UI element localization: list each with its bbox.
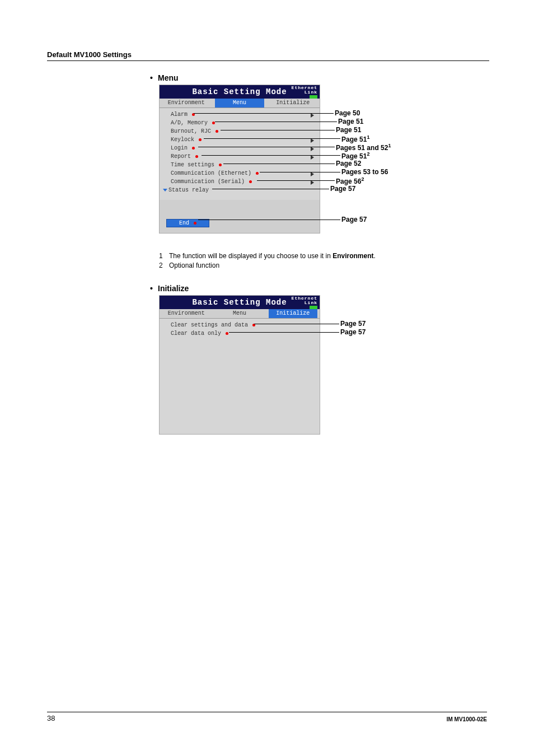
- menu-item-comm-serial[interactable]: Communication (Serial): [160, 178, 320, 186]
- callout: Page 57: [340, 328, 366, 336]
- initialize-bullet: •Initialize: [150, 284, 489, 293]
- leader-line: [257, 180, 335, 181]
- menu-item-clear-data-only[interactable]: Clear data only: [160, 329, 320, 338]
- end-button[interactable]: End: [166, 219, 209, 227]
- leader-line: [198, 147, 335, 147]
- callout: Pages 53 to 56: [341, 168, 388, 176]
- marker-icon: [192, 147, 195, 150]
- callout: Page 51: [338, 118, 363, 125]
- menu-screenshot-wrap: Basic Setting Mode EthernetLink Environm…: [159, 85, 489, 241]
- menu-item-report[interactable]: Report: [160, 152, 320, 161]
- menu-item-ad-memory[interactable]: A/D, Memory: [160, 119, 320, 127]
- callout: Page 562: [336, 176, 364, 185]
- ethernet-link-indicator: EthernetLink: [292, 86, 317, 99]
- marker-icon: [249, 180, 252, 183]
- callout: Pages 51 and 521: [336, 143, 391, 152]
- ethernet-link-indicator: EthernetLink: [292, 296, 317, 309]
- tab-menu[interactable]: Menu: [213, 99, 266, 108]
- menu-item-keylock[interactable]: Keylock: [160, 136, 320, 144]
- tab-environment[interactable]: Environment: [160, 99, 213, 108]
- marker-icon: [195, 155, 198, 158]
- menu-item-login[interactable]: Login: [160, 144, 320, 152]
- tab-bar: Environment Menu Initialize: [160, 309, 320, 319]
- leader-line: [223, 164, 335, 164]
- menu-bullet-label: Menu: [158, 73, 179, 82]
- initialize-screenshot-wrap: Basic Setting Mode EthernetLink Environm…: [159, 295, 489, 441]
- callout: Page 57: [340, 320, 366, 328]
- footer-bar: End: [160, 214, 320, 233]
- leader-line: [229, 332, 339, 333]
- menu-item-alarm[interactable]: Alarm: [160, 110, 320, 119]
- callout: Page 512: [341, 151, 369, 160]
- marker-icon: [219, 164, 222, 166]
- menu-item-clear-settings-data[interactable]: Clear settings and data: [160, 321, 320, 329]
- footer-rule: [47, 712, 487, 712]
- leader-line: [221, 130, 335, 130]
- tab-environment[interactable]: Environment: [160, 309, 213, 318]
- marker-icon: [194, 222, 196, 225]
- leader-line: [198, 220, 340, 220]
- tab-menu[interactable]: Menu: [213, 309, 266, 318]
- section-header: Default MV1000 Settings: [47, 50, 489, 61]
- tab-bar: Environment Menu Initialize: [160, 99, 320, 108]
- leader-line: [204, 138, 340, 139]
- leader-line: [260, 172, 340, 172]
- device-title: Basic Setting Mode EthernetLink: [160, 85, 320, 99]
- menu-item-burnout-rjc[interactable]: Burnout, RJC: [160, 127, 320, 136]
- marker-icon: [256, 172, 259, 175]
- device-title: Basic Setting Mode EthernetLink: [160, 296, 320, 309]
- leader-line: [202, 155, 340, 156]
- leader-line: [194, 113, 334, 114]
- menu-item-time-settings[interactable]: Time settings: [160, 161, 320, 169]
- footnote-2: 2Optional function: [159, 261, 489, 270]
- chevron-down-icon: [163, 189, 167, 192]
- marker-icon: [226, 332, 228, 335]
- footnotes: 1The function will be displayed if you c…: [159, 251, 489, 270]
- menu-item-comm-ethernet[interactable]: Communication (Ethernet): [160, 169, 320, 178]
- callout: Page 50: [335, 109, 360, 117]
- tab-initialize[interactable]: Initialize: [266, 99, 320, 108]
- page-number: 38: [47, 714, 55, 722]
- leader-line: [212, 189, 329, 189]
- footnote-1: 1The function will be displayed if you c…: [159, 251, 489, 261]
- device-screen-initialize: Basic Setting Mode EthernetLink Environm…: [159, 295, 320, 435]
- marker-icon: [199, 138, 202, 141]
- status-relay-row[interactable]: Status relay: [160, 186, 320, 194]
- device-screen-menu: Basic Setting Mode EthernetLink Environm…: [159, 85, 320, 234]
- leader-line: [215, 122, 337, 122]
- callout: Page 57: [330, 185, 355, 193]
- document-code: IM MV1000-02E: [447, 716, 487, 722]
- marker-icon: [216, 130, 218, 133]
- tab-initialize[interactable]: Initialize: [266, 309, 320, 318]
- callout: Page 51: [336, 126, 361, 134]
- callout: Page 52: [336, 160, 361, 167]
- menu-area: Clear settings and data Clear data only: [160, 319, 320, 434]
- initialize-bullet-label: Initialize: [158, 284, 189, 293]
- callout: Page 511: [341, 134, 369, 143]
- menu-bullet: •Menu: [150, 73, 489, 82]
- callout: Page 57: [341, 216, 367, 223]
- leader-line: [254, 324, 339, 324]
